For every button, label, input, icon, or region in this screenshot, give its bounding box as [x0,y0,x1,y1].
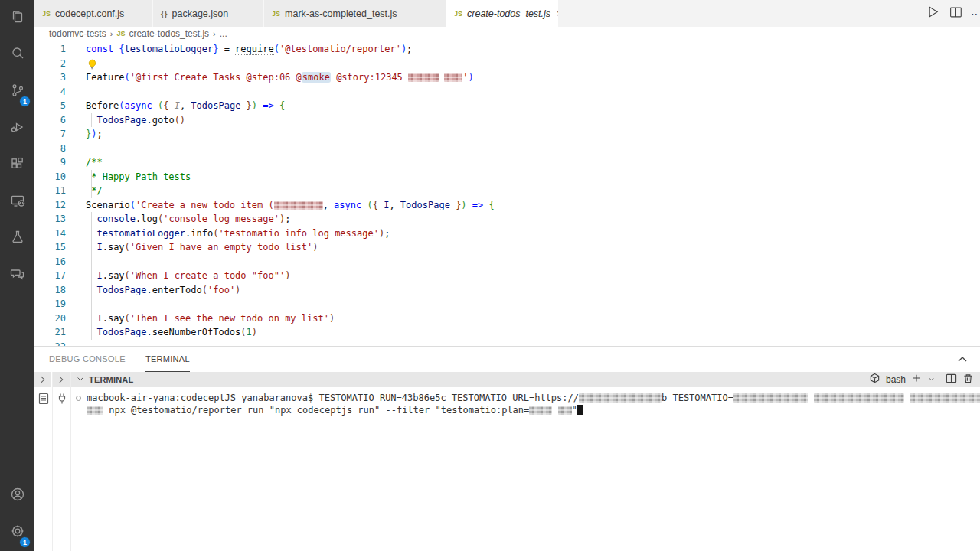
code-token: enterTodo [152,285,202,295]
code-token: ; [96,129,102,139]
line-number: 4 [34,85,66,99]
code-token: { [373,200,378,210]
code-text: console.log('console log message'); [86,214,290,224]
more-actions-button[interactable]: ⋯ [971,8,978,20]
expand-pane-button[interactable] [34,372,52,387]
panel-tab-debug-console[interactable]: DEBUG CONSOLE [49,347,126,372]
code-token: goto [152,115,175,126]
code-token: console [96,214,136,224]
sidebar-item-source-control[interactable]: 1 [0,73,34,110]
sidebar-item-remote-explorer[interactable] [0,184,34,220]
sidebar-item-explorer[interactable] [0,0,34,37]
code-token: 1 [247,327,252,337]
code-line: 1const {testomatioLogger} = require('@te… [34,42,980,57]
sidebar-item-comments[interactable] [0,257,34,294]
code-token: async [125,100,158,111]
split-editor-button[interactable] [948,5,963,23]
vscode-window: 1 1 JS codecept.conf.js [0,0,980,551]
code-token: ( [274,44,279,54]
editor-tab-bar: JS codecept.conf.js {} package.json JS m… [34,0,980,27]
indent-guide [91,297,92,311]
expand-pane-button[interactable] [53,372,70,387]
close-icon[interactable]: × [557,8,558,18]
code-line: 10 * Happy Path tests [34,170,980,184]
tab-label: mark-as-completed_test.js [285,8,397,19]
code-token: I [175,100,180,111]
code-token: I [96,242,102,253]
files-icon [8,8,27,29]
new-terminal-button[interactable] [911,373,922,386]
settings-button[interactable]: 1 [0,514,34,551]
shell-cube-icon [869,373,880,387]
command-decoration-icon[interactable] [76,396,81,401]
code-text: /** [86,157,103,168]
js-file-icon: JS [42,10,51,18]
code-token: TodosPage [400,200,450,210]
code-token: */ [86,185,103,196]
code-token: ) [285,270,290,281]
chevron-down-icon [76,373,85,386]
code-token: { [489,200,495,210]
indent-guide [91,212,92,227]
sidebar-item-extensions[interactable] [0,147,34,184]
code-editor[interactable]: 1const {testomatioLogger} = require('@te… [34,41,980,346]
indent-guide [91,283,92,298]
tab-label: create-todos_test.js [467,8,550,19]
collapsed-ports-pane[interactable] [53,372,71,551]
tab-package-json[interactable]: {} package.json [153,0,264,27]
run-button[interactable] [924,4,940,23]
beaker-icon [8,228,27,249]
line-number: 5 [34,99,66,113]
terminal-cursor [577,405,583,415]
code-token: I [96,313,102,324]
code-token: Feature [86,72,125,83]
breadcrumb-more[interactable]: ... [220,28,227,39]
line-number: 20 [34,311,66,326]
collapsed-output-pane[interactable] [34,372,53,551]
sidebar-item-testing[interactable] [0,220,34,257]
debug-icon [8,118,27,139]
split-terminal-button[interactable] [946,373,957,387]
code-token: smoke [302,72,331,83]
code-token: TodosPage [191,100,240,111]
account-button[interactable] [0,478,34,514]
code-token: Before [86,100,119,111]
sidebar-item-run-debug[interactable] [0,110,34,147]
code-token [552,405,557,416]
terminal-line: npx @testomatio/reporter run "npx codece… [87,405,980,417]
code-token: TodosPage [96,285,146,295]
code-token: " [572,405,577,416]
line-number: 3 [34,70,66,85]
code-token: 'console log message' [163,214,279,224]
terminal-section-header[interactable]: TERMINAL bash [71,372,980,387]
code-line: 8 [34,142,980,156]
code-token: b TESTOMATIO= [662,393,733,403]
code-token [483,200,488,210]
sidebar-item-search[interactable] [0,37,34,73]
indent-guide [91,311,92,326]
settings-badge: 1 [19,536,31,548]
code-token: 'When I create a todo "foo"' [130,270,285,281]
indent-guide [91,184,92,198]
code-token: . [146,285,152,295]
breadcrumb: todomvc-tests › JS create-todos_test.js … [34,27,980,41]
editor-actions: ⋯ [924,0,980,27]
breadcrumb-file[interactable]: create-todos_test.js [129,28,209,39]
kill-terminal-button[interactable] [962,373,974,387]
code-token: ) [312,242,318,253]
code-text: Feature('@first Create Tasks @step:06 @s… [86,72,474,83]
code-text: I.say('Then I see the new todo on my lis… [86,313,335,324]
code-line: 14 testomatioLogger.info('testomatio inf… [34,227,980,241]
terminal-dropdown-button[interactable] [927,373,936,386]
code-token: '@testomatio/reporter' [279,44,401,54]
panel-maximize-button[interactable] [956,353,969,370]
tab-create-todos[interactable]: JS create-todos_test.js × [446,0,558,27]
line-number: 17 [34,269,66,283]
tab-mark-as-completed[interactable]: JS mark-as-completed_test.js [264,0,446,27]
panel-tab-terminal[interactable]: TERMINAL [145,347,190,372]
breadcrumb-folder[interactable]: todomvc-tests [49,28,106,39]
tab-codecept-conf[interactable]: JS codecept.conf.js [34,0,153,27]
terminal-output[interactable]: macbook-air-yana:codeceptJS yanabaranova… [71,387,980,551]
line-number: 16 [34,255,66,269]
redacted-text [87,406,103,415]
